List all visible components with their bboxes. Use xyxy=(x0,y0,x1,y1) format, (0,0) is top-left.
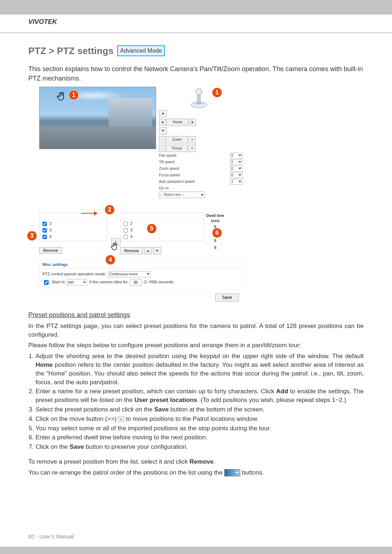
steps-list: Adjust the shooting area to the desired … xyxy=(28,352,364,451)
up-button[interactable] xyxy=(159,110,167,117)
idle-seconds-input[interactable] xyxy=(130,279,142,286)
goto-select[interactable]: -- Select one -- xyxy=(159,192,205,198)
auto-patrol-speed-select[interactable]: 1 xyxy=(230,179,242,185)
remove-preset-button[interactable]: Remove xyxy=(39,247,62,254)
tilt-speed-label: Tilt speed xyxy=(159,160,175,165)
move-button-icon: » xyxy=(118,416,124,422)
patrol-row[interactable]: 2 xyxy=(122,221,203,227)
focus-speed-select[interactable]: 0 xyxy=(230,172,242,178)
preset-checkbox[interactable] xyxy=(42,222,47,226)
preset-row[interactable]: 3 xyxy=(41,227,105,234)
callout-3: 3 xyxy=(27,231,37,241)
start-to-label: Start to xyxy=(52,279,65,285)
arrow-to-callout-2-icon xyxy=(81,208,98,218)
step-item: Enter a name for a new preset position, … xyxy=(36,387,364,405)
preset-checkbox[interactable] xyxy=(42,228,47,233)
start-to-checkbox[interactable] xyxy=(44,280,49,285)
patrol-checkbox[interactable] xyxy=(123,228,128,233)
move-up-button[interactable] xyxy=(144,247,152,254)
page-footer: 82 - User's Manual xyxy=(28,533,74,539)
page-title: PTZ > PTZ settings xyxy=(28,44,114,57)
paragraph: To remove a preset position from the lis… xyxy=(28,457,364,466)
paragraph: Please follow the steps below to configu… xyxy=(28,341,364,350)
focus-in-button[interactable]: + xyxy=(188,145,196,152)
patrol-row[interactable]: 3 xyxy=(122,227,203,234)
zoom-label: Zoom xyxy=(166,136,188,143)
ptz-mode-select[interactable]: Continuous move xyxy=(109,271,151,278)
joystick-icon[interactable] xyxy=(188,87,210,108)
focus-out-button[interactable]: - xyxy=(159,145,165,152)
step-item: Click on the move button (>>) » to move … xyxy=(36,415,364,423)
dwell-header-2: (sec) xyxy=(204,218,226,223)
home-button[interactable]: Home xyxy=(167,119,188,126)
patrol-checkbox[interactable] xyxy=(123,235,128,239)
dwell-value[interactable]: 5 xyxy=(204,237,226,244)
paragraph: In the PTZ settings page, you can select… xyxy=(28,322,364,339)
step-item: Enter a preferred dwell time before movi… xyxy=(36,433,364,442)
preset-row[interactable]: 2 xyxy=(41,221,105,227)
idle-units-label: (1~999) seconds xyxy=(144,279,173,285)
patrol-checkbox[interactable] xyxy=(123,222,128,226)
preset-checkbox[interactable] xyxy=(42,235,47,239)
step-item: Click on the Save button to preserve you… xyxy=(36,443,364,451)
brand-header: VIVOTEK xyxy=(0,15,392,33)
focus-speed-label: Focus speed xyxy=(159,173,180,178)
step-item: Adjust the shooting area to the desired … xyxy=(36,352,364,386)
callout-4: 4 xyxy=(105,255,115,265)
callout-5: 5 xyxy=(147,223,157,234)
tilt-speed-select[interactable]: 0 xyxy=(230,159,242,165)
callout-2: 2 xyxy=(105,205,115,215)
intro-text: This section explains how to control the… xyxy=(28,65,364,83)
move-down-button[interactable] xyxy=(153,247,161,254)
camera-preview[interactable]: 1 xyxy=(39,87,156,149)
preset-row[interactable]: 4 xyxy=(41,234,105,240)
svg-point-2 xyxy=(196,89,202,95)
start-to-select[interactable]: pan xyxy=(67,279,87,286)
pan-speed-label: Pan speed xyxy=(159,153,176,158)
down-button[interactable] xyxy=(159,127,167,135)
zoom-out-button[interactable]: - xyxy=(159,136,165,143)
idle-label: if the camera idles for xyxy=(89,279,127,285)
advanced-mode-badge: Advanced Mode xyxy=(117,45,165,56)
zoom-speed-select[interactable]: 0 xyxy=(230,166,242,172)
right-button[interactable] xyxy=(189,119,196,126)
dwell-value[interactable]: 5 xyxy=(204,244,226,251)
callout-6: 6 xyxy=(212,228,222,238)
pan-speed-select[interactable]: 0 xyxy=(230,153,242,159)
hand-cursor-icon xyxy=(56,91,67,102)
zoom-in-button[interactable]: + xyxy=(188,136,196,143)
save-button[interactable]: Save xyxy=(215,294,239,301)
zoom-speed-label: Zoom speed xyxy=(159,166,179,171)
patrol-locations-panel: 2 3 4 xyxy=(120,213,204,241)
callout-1b: 1 xyxy=(212,87,222,98)
ptz-mode-label: PTZ control pannel operation mode: xyxy=(42,271,106,277)
step-item: Select the preset positions and click on… xyxy=(36,405,364,414)
dwell-header-1: Dwell time xyxy=(204,213,226,218)
paragraph: You can re-arrange the patrol order of t… xyxy=(28,468,364,477)
reorder-buttons-icon xyxy=(224,469,240,476)
auto-patrol-speed-label: Auto pan/patrol speed xyxy=(159,179,195,184)
section-subhead: Preset positions and patrol settings xyxy=(28,311,364,320)
step-item: You may select some or all of the import… xyxy=(36,424,364,433)
misc-title: Misc settings xyxy=(42,262,239,268)
left-button[interactable] xyxy=(159,119,166,126)
callout-1a: 1 xyxy=(69,90,79,100)
goto-label: Go to xyxy=(159,185,242,191)
hand-cursor-icon xyxy=(110,242,119,254)
focus-label: Focus xyxy=(166,145,188,152)
misc-settings-panel: Misc settings PTZ control pannel operati… xyxy=(39,259,242,290)
remove-patrol-button[interactable]: Remove xyxy=(120,247,143,254)
patrol-row[interactable]: 4 xyxy=(122,234,203,240)
ptz-ui-panel: 1 1 Home xyxy=(39,87,242,301)
